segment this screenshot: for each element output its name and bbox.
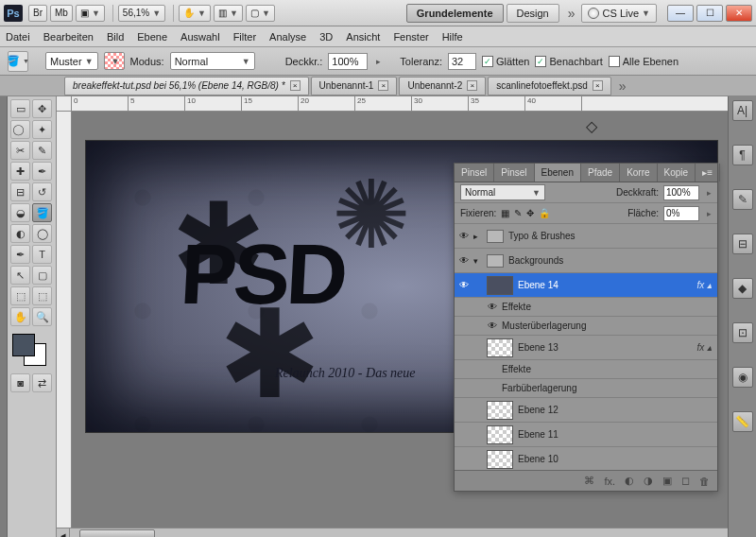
lock-all-icon[interactable]: 🔒 — [539, 208, 550, 218]
scrollbar-horizontal[interactable]: ◂ — [57, 528, 728, 537]
stamp-tool[interactable]: ⊟ — [10, 182, 30, 201]
quickmask-toggle[interactable]: ◙ — [10, 373, 30, 392]
layer-group-backgrounds[interactable]: 👁▾Backgrounds — [455, 249, 717, 273]
3d-camera-tool[interactable]: ⬚ — [32, 286, 52, 305]
window-minimize[interactable]: — — [667, 5, 694, 22]
cslive-button[interactable]: CS Live▼ — [581, 4, 657, 23]
lock-position-icon[interactable]: ✥ — [526, 208, 534, 218]
layer-ebene-10[interactable]: Ebene 10 — [455, 447, 717, 470]
bridge-button[interactable]: Br — [28, 5, 47, 22]
menu-analyse[interactable]: Analyse — [269, 31, 306, 43]
current-tool-icon[interactable]: 🪣▼ — [8, 51, 28, 72]
lasso-tool[interactable]: ⃝ — [10, 120, 30, 139]
fx-badge[interactable]: fx ▴ — [696, 280, 712, 290]
paragraph-panel-icon[interactable]: ¶ — [732, 145, 753, 165]
marquee-tool[interactable]: ▭ — [10, 99, 30, 118]
visibility-icon[interactable]: 👁 — [455, 231, 473, 241]
eyedropper-tool[interactable]: ✎ — [32, 141, 52, 160]
trash-icon[interactable]: 🗑 — [699, 476, 710, 487]
layer-ebene-11[interactable]: Ebene 11 — [455, 423, 717, 447]
panel-tab-korrektur[interactable]: Korre — [620, 164, 657, 182]
layer-opacity-input[interactable]: 100% — [663, 185, 699, 200]
workspace-design[interactable]: Design — [507, 4, 559, 23]
group-icon[interactable]: ▣ — [662, 475, 672, 487]
panel-menu-icon[interactable]: ▸≡ — [696, 164, 720, 182]
close-icon[interactable]: × — [378, 80, 388, 91]
pen-tool[interactable]: ✒ — [10, 245, 30, 264]
close-icon[interactable]: × — [467, 80, 477, 91]
visibility-icon[interactable]: 👁 — [483, 302, 502, 312]
panel-tab-ebenen[interactable]: Ebenen — [535, 164, 581, 182]
minibridge-button[interactable]: Mb — [50, 5, 73, 22]
blur-tool[interactable]: ◐ — [10, 224, 30, 243]
hand-tool[interactable]: ✋ — [10, 307, 30, 326]
layer-ebene-13[interactable]: Ebene 13fx ▴ — [455, 336, 717, 360]
link-layers-icon[interactable]: ⌘ — [584, 475, 594, 487]
workspace-grundelemente[interactable]: Grundelemente — [406, 4, 504, 23]
close-icon[interactable]: × — [593, 80, 603, 91]
doc-tab-3[interactable]: Unbenannt-2× — [399, 77, 486, 95]
panel-tab-pfade[interactable]: Pfade — [581, 164, 620, 182]
character-panel-icon[interactable]: A| — [732, 100, 753, 121]
fill-type-select[interactable]: Muster▼ — [45, 52, 98, 70]
lock-transparency-icon[interactable]: ▦ — [501, 208, 509, 218]
fx-icon[interactable]: fx. — [604, 476, 615, 487]
move-tool[interactable]: ✥ — [32, 99, 52, 118]
workspace-more-icon[interactable]: » — [568, 6, 576, 21]
panel-tab-pinsel2[interactable]: Pinsel — [494, 164, 534, 182]
panel-tab-kopie[interactable]: Kopie — [658, 164, 696, 182]
layer-effects[interactable]: 👁Effekte — [455, 298, 717, 317]
brush-tool[interactable]: ✒ — [32, 162, 52, 181]
menu-hilfe[interactable]: Hilfe — [442, 31, 463, 43]
zoom-select[interactable]: 56,1%▼ — [118, 5, 165, 22]
menu-3d[interactable]: 3D — [319, 31, 333, 43]
navigator-panel-icon[interactable]: ⊡ — [732, 322, 753, 343]
path-select-tool[interactable]: ↖ — [10, 266, 30, 285]
tolerance-input[interactable]: 32 — [448, 53, 476, 70]
menu-datei[interactable]: Datei — [6, 31, 30, 43]
zoom-tool[interactable]: 🔍 — [32, 307, 52, 326]
healing-tool[interactable]: ✚ — [10, 162, 30, 181]
opacity-input[interactable]: 100% — [328, 53, 368, 70]
measure-panel-icon[interactable]: 📏 — [732, 411, 753, 432]
visibility-icon[interactable]: 👁 — [483, 320, 502, 331]
adjustment-icon[interactable]: ◑ — [644, 475, 653, 487]
blend-mode-select[interactable]: Normal▼ — [460, 184, 545, 200]
panel-tab-pinsel[interactable]: Pinsel — [455, 164, 494, 182]
layer-pattern-overlay[interactable]: 👁Musterüberlagerung — [455, 317, 717, 336]
screenmode-toggle[interactable]: ⇄ — [32, 373, 52, 392]
antialias-checkbox[interactable]: ✓Glätten — [482, 56, 529, 67]
shape-tool[interactable]: ▢ — [32, 266, 52, 285]
all-layers-checkbox[interactable]: Alle Ebenen — [609, 56, 679, 67]
layer-fill-input[interactable]: 0% — [663, 206, 699, 221]
visibility-icon[interactable]: 👁 — [455, 255, 473, 266]
doc-tab-1[interactable]: breakeffekt-tut.psd bei 56,1% (Ebene 14,… — [64, 77, 309, 95]
tabs-overflow-icon[interactable]: » — [619, 78, 627, 94]
window-close[interactable]: ✕ — [726, 5, 752, 22]
menu-ebene[interactable]: Ebene — [137, 31, 167, 43]
layer-group-typo[interactable]: 👁▸Typo & Brushes — [455, 224, 717, 249]
type-tool[interactable]: T — [32, 245, 52, 264]
menu-filter[interactable]: Filter — [233, 31, 256, 43]
layer-ebene-12[interactable]: Ebene 12 — [455, 398, 717, 423]
mask-icon[interactable]: ◐ — [625, 475, 634, 487]
dodge-tool[interactable]: ◯ — [32, 224, 52, 243]
menu-fenster[interactable]: Fenster — [393, 31, 428, 43]
close-icon[interactable]: × — [290, 80, 301, 91]
foreground-color[interactable] — [12, 334, 35, 356]
lock-pixels-icon[interactable]: ✎ — [514, 208, 522, 218]
window-maximize[interactable]: ☐ — [696, 5, 723, 22]
eraser-tool[interactable]: ◒ — [10, 203, 30, 222]
info-panel-icon[interactable]: ◉ — [732, 367, 753, 388]
menu-ansicht[interactable]: Ansicht — [346, 31, 380, 43]
menu-bearbeiten[interactable]: Bearbeiten — [43, 31, 94, 43]
wand-tool[interactable]: ✦ — [32, 120, 52, 139]
3d-panel-icon[interactable]: ◆ — [732, 278, 753, 299]
brushes-panel-icon[interactable]: ✎ — [732, 189, 753, 210]
screenmode2-button[interactable]: ▢▼ — [246, 5, 275, 22]
doc-tab-2[interactable]: Unbenannt-1× — [311, 77, 398, 95]
contiguous-checkbox[interactable]: ✓Benachbart — [535, 56, 602, 67]
visibility-icon[interactable]: 👁 — [455, 280, 473, 290]
color-swatches[interactable] — [10, 334, 52, 368]
bucket-tool[interactable]: 🪣 — [32, 203, 52, 222]
